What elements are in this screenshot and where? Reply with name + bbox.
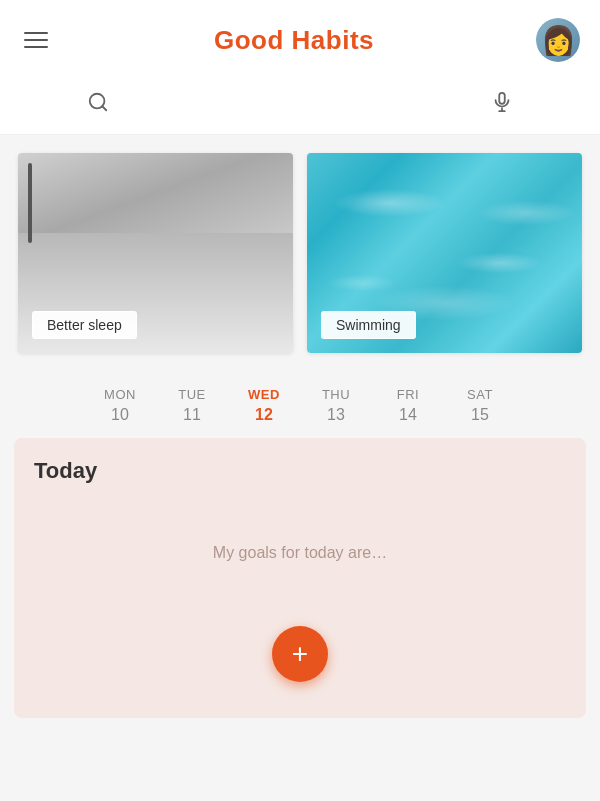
svg-rect-2 bbox=[499, 93, 505, 104]
search-button[interactable] bbox=[80, 84, 116, 120]
add-icon: + bbox=[292, 640, 308, 668]
add-habit-button[interactable]: + bbox=[272, 626, 328, 682]
calendar-strip: MON 10 TUE 11 WED 12 THU 13 FRI 14 SAT 1… bbox=[0, 371, 600, 438]
search-icon bbox=[87, 91, 109, 113]
cal-wed-num: 12 bbox=[255, 406, 273, 424]
cal-thu-num: 13 bbox=[327, 406, 345, 424]
app-title: Good Habits bbox=[214, 25, 374, 56]
menu-button[interactable] bbox=[20, 28, 52, 52]
habit-card-sleep[interactable]: Better sleep bbox=[18, 153, 293, 353]
search-container bbox=[40, 84, 560, 120]
today-empty-message: My goals for today are… bbox=[34, 544, 566, 562]
svg-line-1 bbox=[102, 106, 106, 110]
microphone-icon bbox=[491, 91, 513, 113]
avatar[interactable] bbox=[536, 18, 580, 62]
cal-fri-name: FRI bbox=[397, 387, 419, 402]
calendar-day-fri[interactable]: FRI 14 bbox=[372, 387, 444, 424]
app-header: Good Habits bbox=[0, 0, 600, 74]
cal-tue-name: TUE bbox=[178, 387, 206, 402]
habit-cards: Better sleep Swimming bbox=[0, 135, 600, 371]
cal-mon-num: 10 bbox=[111, 406, 129, 424]
today-title: Today bbox=[34, 458, 566, 484]
search-bar bbox=[0, 74, 600, 135]
swim-card-label: Swimming bbox=[321, 311, 416, 339]
cal-sat-name: SAT bbox=[467, 387, 493, 402]
cal-thu-name: THU bbox=[322, 387, 350, 402]
calendar-day-mon[interactable]: MON 10 bbox=[84, 387, 156, 424]
calendar-day-wed[interactable]: WED 12 bbox=[228, 387, 300, 424]
calendar-day-thu[interactable]: THU 13 bbox=[300, 387, 372, 424]
cal-mon-name: MON bbox=[104, 387, 136, 402]
today-section: Today My goals for today are… + bbox=[14, 438, 586, 718]
cal-fri-num: 14 bbox=[399, 406, 417, 424]
avatar-image bbox=[536, 18, 580, 62]
cal-sat-num: 15 bbox=[471, 406, 489, 424]
habit-card-swimming[interactable]: Swimming bbox=[307, 153, 582, 353]
sleep-card-label: Better sleep bbox=[32, 311, 137, 339]
microphone-button[interactable] bbox=[484, 84, 520, 120]
calendar-day-sat[interactable]: SAT 15 bbox=[444, 387, 516, 424]
calendar-day-tue[interactable]: TUE 11 bbox=[156, 387, 228, 424]
cal-tue-num: 11 bbox=[183, 406, 201, 424]
cal-wed-name: WED bbox=[248, 387, 280, 402]
